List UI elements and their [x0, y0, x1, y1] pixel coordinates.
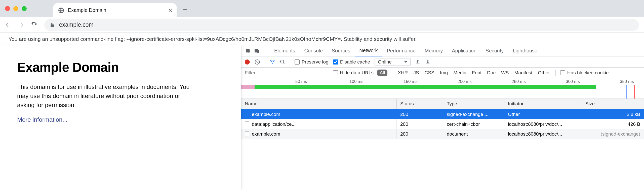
preserve-log-checkbox[interactable]: Preserve log — [295, 59, 329, 65]
clear-icon[interactable] — [254, 59, 260, 65]
devtools-tab-performance[interactable]: Performance — [382, 45, 420, 56]
window-controls — [5, 6, 27, 11]
svg-rect-1 — [255, 49, 258, 52]
page-body: This domain is for use in illustrative e… — [17, 82, 198, 110]
request-status: 200 — [400, 112, 408, 117]
devtools: ElementsConsoleSourcesNetworkPerformance… — [241, 45, 644, 190]
filter-input[interactable] — [241, 68, 329, 78]
content-area: Example Domain This domain is for use in… — [0, 45, 644, 190]
column-header-initiator[interactable]: Initiator — [504, 99, 582, 109]
request-status: 200 — [400, 131, 408, 137]
url-text: example.com — [59, 21, 94, 28]
warning-infobar: You are using an unsupported command-lin… — [0, 33, 644, 45]
reload-button[interactable] — [31, 22, 37, 28]
browser-tab-strip: Example Domain — [0, 0, 644, 17]
download-icon[interactable] — [425, 59, 431, 65]
column-header-name[interactable]: Name — [241, 99, 397, 109]
filter-type-other[interactable]: Other — [537, 70, 551, 76]
separator — [290, 59, 290, 65]
filter-type-all[interactable]: All — [377, 70, 387, 76]
network-request-row[interactable]: example.com200documentlocalhost:8080/pri… — [241, 129, 644, 139]
timeline-tick: 350 ms — [620, 79, 634, 84]
throttling-dropdown[interactable]: Online — [375, 58, 411, 66]
browser-tab[interactable]: Example Domain — [53, 3, 177, 17]
back-button[interactable] — [5, 22, 11, 28]
window-minimize-button[interactable] — [13, 6, 18, 11]
network-toolbar: Preserve log Disable cache Online — [241, 56, 644, 68]
network-table-header: Name Status Type Initiator Size — [241, 99, 644, 109]
forward-button[interactable] — [18, 22, 24, 28]
disable-cache-checkbox[interactable]: Disable cache — [333, 59, 370, 65]
column-header-size[interactable]: Size — [582, 99, 644, 109]
separator — [392, 70, 392, 76]
hide-data-urls-checkbox[interactable]: Hide data URLs — [333, 70, 374, 76]
infobar-text: You are using an unsupported command-lin… — [9, 36, 417, 42]
timeline-domcontent-marker — [626, 85, 627, 99]
filter-type-ws[interactable]: WS — [500, 70, 510, 76]
lock-icon — [50, 22, 55, 27]
separator — [555, 70, 556, 76]
request-name: data:application/ce... — [252, 121, 296, 127]
network-filter-bar: Hide data URLs AllXHRJSCSSImgMediaFontDo… — [241, 68, 644, 78]
new-tab-button[interactable] — [182, 7, 188, 12]
address-bar[interactable]: example.com — [44, 19, 639, 31]
request-name: example.com — [252, 112, 280, 117]
file-icon — [245, 131, 249, 137]
request-type: signed-exchange ... — [447, 112, 489, 117]
network-timeline[interactable]: 50 ms100 ms150 ms200 ms250 ms300 ms350 m… — [241, 78, 644, 99]
network-request-row[interactable]: data:application/ce...200cert-chain+cbor… — [241, 119, 644, 129]
timeline-overview-bars — [241, 85, 644, 89]
filter-type-css[interactable]: CSS — [424, 70, 435, 76]
tab-title: Example Domain — [68, 7, 165, 13]
device-toggle-icon[interactable] — [254, 48, 260, 54]
timeline-tick: 250 ms — [512, 79, 526, 84]
request-size: 426 B — [628, 121, 640, 127]
devtools-tab-elements[interactable]: Elements — [270, 45, 300, 56]
devtools-tab-memory[interactable]: Memory — [420, 45, 447, 56]
record-button[interactable] — [245, 59, 250, 65]
devtools-tab-lighthouse[interactable]: Lighthouse — [508, 45, 542, 56]
filter-type-js[interactable]: JS — [412, 70, 420, 76]
search-icon[interactable] — [280, 59, 285, 65]
filter-type-font[interactable]: Font — [471, 70, 482, 76]
filter-type-manifest[interactable]: Manifest — [513, 70, 534, 76]
devtools-tab-sources[interactable]: Sources — [327, 45, 355, 56]
upload-icon[interactable] — [415, 59, 421, 65]
devtools-tab-console[interactable]: Console — [300, 45, 327, 56]
timeline-tick: 150 ms — [404, 79, 418, 84]
inspect-element-icon[interactable] — [245, 48, 251, 54]
request-size: (signed-exchange) — [601, 131, 640, 137]
close-icon[interactable] — [169, 9, 172, 12]
request-initiator[interactable]: localhost:8080/priv/doc/... — [508, 121, 562, 127]
request-type: document — [447, 131, 468, 137]
has-blocked-cookies-checkbox[interactable]: Has blocked cookie — [560, 70, 609, 76]
network-request-row[interactable]: example.com200signed-exchange ...Other2.… — [241, 109, 644, 119]
filter-icon[interactable] — [270, 59, 275, 65]
file-icon — [245, 112, 249, 117]
devtools-tab-security[interactable]: Security — [481, 45, 508, 56]
window-close-button[interactable] — [5, 6, 10, 11]
request-name: example.com — [252, 131, 280, 137]
page-title: Example Domain — [17, 60, 224, 75]
devtools-tab-application[interactable]: Application — [447, 45, 481, 56]
timeline-tick: 200 ms — [458, 79, 472, 84]
separator — [265, 48, 265, 54]
request-initiator[interactable]: localhost:8080/priv/doc/... — [508, 131, 562, 137]
globe-icon — [58, 7, 64, 14]
more-info-link[interactable]: More information... — [17, 116, 67, 123]
column-header-status[interactable]: Status — [397, 99, 443, 109]
separator — [265, 59, 265, 65]
filter-type-xhr[interactable]: XHR — [397, 70, 409, 76]
filter-type-doc[interactable]: Doc — [486, 70, 497, 76]
window-maximize-button[interactable] — [22, 6, 27, 11]
devtools-tab-strip: ElementsConsoleSourcesNetworkPerformance… — [241, 45, 644, 56]
devtools-tab-network[interactable]: Network — [355, 45, 382, 56]
browser-toolbar: example.com — [0, 17, 644, 33]
filter-type-img[interactable]: Img — [439, 70, 449, 76]
timeline-tick: 100 ms — [349, 79, 364, 84]
filter-type-media[interactable]: Media — [452, 70, 467, 76]
request-status: 200 — [400, 121, 408, 127]
column-header-type[interactable]: Type — [443, 99, 504, 109]
svg-rect-2 — [258, 50, 259, 53]
request-size: 2.8 kB — [627, 112, 640, 117]
